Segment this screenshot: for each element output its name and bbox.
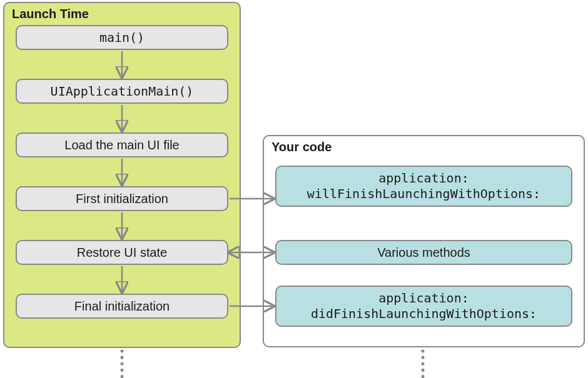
your-code-title: Your code bbox=[271, 140, 332, 154]
node-final-init: Final initialization bbox=[16, 294, 228, 319]
node-main: main() bbox=[16, 25, 228, 50]
node-didfinish: application: didFinishLaunchingWithOptio… bbox=[275, 286, 572, 327]
launch-time-title: Launch Time bbox=[12, 7, 89, 21]
node-various-methods: Various methods bbox=[275, 240, 572, 265]
node-uiapplicationmain: UIApplicationMain() bbox=[16, 79, 228, 104]
node-restore-ui: Restore UI state bbox=[16, 240, 228, 265]
node-willfinish: application: willFinishLaunchingWithOpti… bbox=[275, 166, 572, 207]
node-load-ui: Load the main UI file bbox=[16, 132, 228, 157]
node-first-init: First initialization bbox=[16, 186, 228, 211]
